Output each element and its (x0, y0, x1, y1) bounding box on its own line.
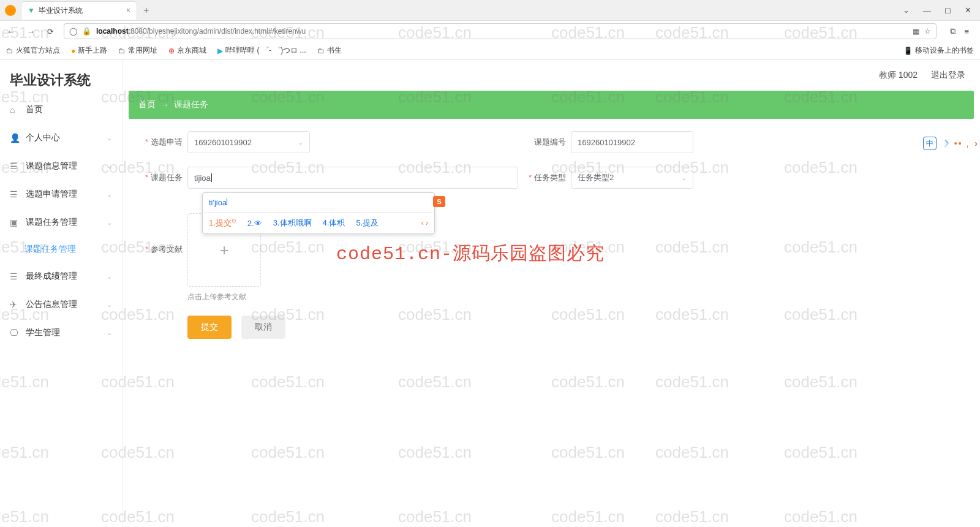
sidebar-item-label: 学生管理 (26, 327, 60, 338)
address-bar[interactable]: ◯ 🔒 localhost:8080/biyeshejixitong/admin… (64, 23, 937, 39)
ime-lang-icon: 中 (923, 137, 937, 150)
chevron-down-icon: ⌄ (107, 162, 112, 170)
chevron-down-icon: ⌄ (107, 301, 112, 309)
sidebar-item-topic-info[interactable]: ☰ 课题信息管理 ⌄ (0, 152, 122, 180)
browser-titlebar: ▼ 毕业设计系统 × + ⌄ — ◻ ✕ (0, 0, 980, 21)
submit-button[interactable]: 提交 (187, 316, 232, 339)
bookmarks-bar: 🗀火狐官方站点 ●新手上路 🗀常用网址 ⊕京东商城 ▶哔哩哔哩 ( ゜- ゜)つ… (0, 42, 980, 60)
label-topic-apply: 选题申请 (135, 137, 183, 148)
nav-back-button[interactable]: ← (5, 27, 17, 36)
sidebar-item-announce[interactable]: ✈ 公告信息管理 ⌄ (0, 290, 122, 319)
sidebar-item-final-grade[interactable]: ☰ 最终成绩管理 ⌄ (0, 262, 122, 290)
vue-icon: ▼ (28, 6, 35, 15)
lock-icon: 🔒 (82, 27, 91, 36)
upload-tip: 点击上传参考文献 (187, 292, 261, 302)
breadcrumb: 首页 → 课题任务 (129, 91, 974, 119)
label-topic-no: 课题编号 (518, 137, 566, 148)
topbar: 教师 1002 退出登录 (129, 60, 974, 91)
sidebar-item-student[interactable]: 🖵 学生管理 ⌄ (0, 319, 122, 347)
ime-candidate[interactable]: 3.体积哦啊 (273, 218, 312, 229)
ime-more-icon: › (974, 138, 978, 148)
nav-forward-button[interactable]: → (24, 27, 37, 36)
user-icon: 👤 (10, 133, 21, 143)
chevron-down-icon: ⌄ (681, 174, 687, 182)
select-value: 任务类型2 (578, 172, 614, 183)
tab-title: 毕业设计系统 (39, 6, 83, 16)
bookmark-item[interactable]: 🗀常用网址 (118, 45, 157, 56)
breadcrumb-current: 课题任务 (174, 99, 208, 110)
reader-icon[interactable]: ▦ (913, 27, 919, 36)
sidebar-item-topic-task[interactable]: ▣ 课题任务管理 ⌄ (0, 208, 122, 237)
ime-candidates: 1.提交⊙ 2.👁 3.体积哦啊 4.体积 5.提及 ‹ › (203, 213, 434, 233)
ime-indicator[interactable]: 中 ☽ •• , › (923, 137, 978, 150)
nav-reload-button[interactable]: ⟳ (44, 27, 56, 36)
star-icon[interactable]: ☆ (924, 27, 931, 36)
app-title: 毕业设计系统 (0, 60, 122, 96)
sidebar-item-label: 首页 (26, 104, 43, 115)
chevron-down-icon: ⌄ (298, 138, 303, 146)
chevron-down-icon: ⌄ (107, 219, 112, 227)
send-icon: ✈ (10, 300, 21, 309)
sidebar-item-personal[interactable]: 👤 个人中心 ⌄ (0, 124, 122, 152)
input-value: tijioa (194, 173, 211, 183)
ime-candidate[interactable]: 4.体积 (323, 218, 345, 229)
sidebar-item-label: 公告信息管理 (26, 299, 77, 310)
logout-link[interactable]: 退出登录 (931, 70, 965, 81)
mobile-bookmarks[interactable]: 📱移动设备上的书签 (903, 45, 974, 56)
cancel-button[interactable]: 取消 (241, 316, 285, 339)
home-icon: ⌂ (10, 105, 21, 115)
ime-candidate[interactable]: 5.提及 (356, 218, 379, 229)
input-value: 1692601019902 (578, 138, 635, 147)
sogou-icon: S (433, 196, 445, 207)
plus-icon: + (219, 241, 228, 260)
label-reference: 参考文献 (135, 244, 183, 255)
list-icon: ☰ (10, 161, 21, 171)
close-icon[interactable]: × (126, 6, 130, 15)
window-dropdown-icon[interactable]: ⌄ (903, 6, 910, 15)
sidebar: 毕业设计系统 ⌂ 首页 👤 个人中心 ⌄ ☰ 课题信息管理 ⌄ ☰ 选题申请管理… (0, 60, 123, 527)
ime-candidate[interactable]: 1.提交⊙ (209, 218, 236, 229)
bookmark-item[interactable]: ⊕京东商城 (168, 45, 206, 56)
chevron-down-icon: ⌄ (107, 329, 112, 337)
url-text: localhost:8080/biyeshejixitong/admin/dis… (96, 27, 908, 36)
bookmark-item[interactable]: 🗀火狐官方站点 (6, 45, 60, 56)
firefox-icon (5, 5, 16, 16)
sidebar-item-label: 个人中心 (26, 132, 60, 143)
ime-popup[interactable]: ti'jioa S 1.提交⊙ 2.👁 3.体积哦啊 4.体积 5.提及 ‹ › (202, 192, 435, 234)
shield-icon: ◯ (69, 27, 77, 36)
chevron-down-icon: ⌄ (107, 191, 112, 199)
sidebar-subitem-topic-task-manage[interactable]: 课题任务管理 (0, 237, 122, 262)
list-icon: ☰ (10, 189, 21, 199)
sidebar-item-label: 最终成绩管理 (26, 271, 77, 282)
sidebar-item-topic-apply[interactable]: ☰ 选题申请管理 ⌄ (0, 180, 122, 208)
input-topic-no[interactable]: 1692601019902 (571, 131, 693, 153)
ime-page-arrows[interactable]: ‹ › (421, 219, 428, 227)
select-topic-apply[interactable]: 1692601019902 ⌄ (187, 131, 310, 153)
chevron-down-icon: ⌄ (107, 273, 112, 281)
new-tab-button[interactable]: + (143, 5, 149, 16)
ime-candidate[interactable]: 2.👁 (247, 219, 262, 228)
current-user[interactable]: 教师 1002 (879, 70, 918, 81)
window-close-icon[interactable]: ✕ (965, 6, 971, 15)
browser-tab[interactable]: ▼ 毕业设计系统 × (21, 1, 137, 20)
arrow-icon: → (160, 100, 169, 110)
input-task[interactable]: tijioa (187, 167, 518, 189)
breadcrumb-home[interactable]: 首页 (138, 99, 156, 110)
extensions-icon[interactable]: ⧉ (950, 26, 956, 36)
bookmark-item[interactable]: ▶哔哩哔哩 ( ゜- ゜)つロ ... (217, 45, 306, 56)
sidebar-item-home[interactable]: ⌂ 首页 (0, 96, 122, 124)
select-task-type[interactable]: 任务类型2 ⌄ (571, 167, 693, 189)
address-bar-row: ← → ⟳ ◯ 🔒 localhost:8080/biyeshejixitong… (0, 21, 980, 42)
menu-icon[interactable]: ≡ (964, 27, 969, 36)
list-icon: ▣ (10, 218, 21, 227)
bookmark-item[interactable]: 🗀书生 (317, 45, 342, 56)
bookmark-item[interactable]: ●新手上路 (71, 45, 107, 56)
sidebar-item-label: 课题信息管理 (26, 161, 77, 172)
window-minimize-icon[interactable]: — (923, 6, 931, 15)
sidebar-item-label: 课题任务管理 (26, 217, 77, 228)
ime-composition: ti'jioa S (203, 193, 434, 213)
main-content: 教师 1002 退出登录 首页 → 课题任务 选题申请 169260101990… (123, 60, 980, 527)
chevron-down-icon: ⌄ (107, 134, 112, 142)
sidebar-item-label: 选题申请管理 (26, 189, 77, 200)
window-maximize-icon[interactable]: ◻ (944, 6, 951, 15)
